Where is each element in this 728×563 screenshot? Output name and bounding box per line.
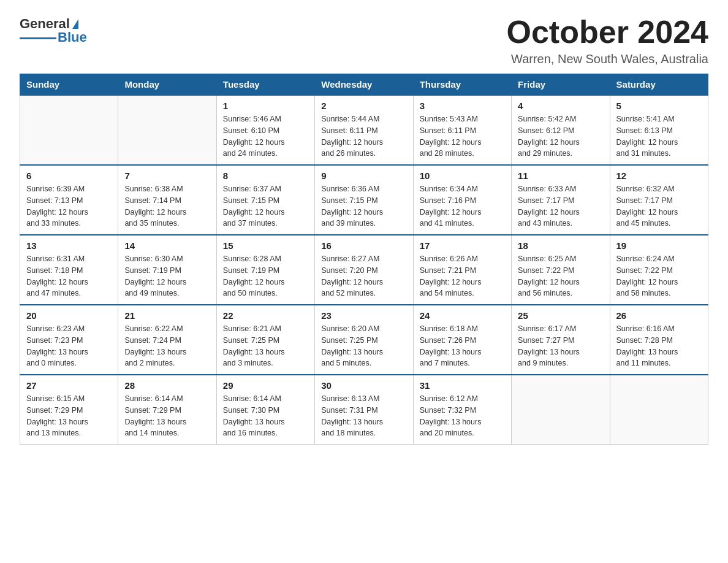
weekday-header-monday: Monday (118, 74, 216, 96)
day-number: 8 (223, 170, 308, 181)
calendar-cell: 19Sunrise: 6:24 AMSunset: 7:22 PMDayligh… (610, 235, 708, 305)
day-info: Sunrise: 6:31 AMSunset: 7:18 PMDaylight:… (26, 253, 112, 299)
day-info: Sunrise: 6:15 AMSunset: 7:29 PMDaylight:… (26, 393, 112, 439)
day-number: 11 (518, 170, 603, 181)
day-number: 17 (420, 240, 505, 251)
day-number: 22 (223, 310, 308, 321)
calendar-cell: 3Sunrise: 5:43 AMSunset: 6:11 PMDaylight… (413, 95, 511, 165)
calendar-week-row: 1Sunrise: 5:46 AMSunset: 6:10 PMDaylight… (20, 95, 708, 165)
logo-text-general: General (20, 17, 70, 31)
subtitle: Warren, New South Wales, Australia (507, 52, 709, 66)
calendar-header: SundayMondayTuesdayWednesdayThursdayFrid… (20, 74, 708, 96)
day-number: 1 (223, 101, 308, 111)
calendar-cell: 24Sunrise: 6:18 AMSunset: 7:26 PMDayligh… (413, 305, 511, 375)
day-number: 15 (223, 240, 308, 251)
logo-text-blue: Blue (58, 31, 87, 44)
calendar-week-row: 13Sunrise: 6:31 AMSunset: 7:18 PMDayligh… (20, 235, 708, 305)
day-number: 16 (321, 240, 406, 251)
day-number: 19 (616, 240, 702, 251)
day-info: Sunrise: 6:22 AMSunset: 7:24 PMDaylight:… (124, 323, 210, 369)
day-info: Sunrise: 6:38 AMSunset: 7:14 PMDaylight:… (124, 183, 210, 229)
day-number: 30 (321, 380, 406, 391)
weekday-header-sunday: Sunday (20, 74, 118, 96)
calendar-cell: 16Sunrise: 6:27 AMSunset: 7:20 PMDayligh… (315, 235, 413, 305)
day-info: Sunrise: 6:39 AMSunset: 7:13 PMDaylight:… (26, 183, 112, 229)
calendar-cell (610, 375, 708, 445)
day-info: Sunrise: 6:21 AMSunset: 7:25 PMDaylight:… (223, 323, 308, 369)
day-info: Sunrise: 5:43 AMSunset: 6:11 PMDaylight:… (420, 113, 505, 159)
calendar-cell: 6Sunrise: 6:39 AMSunset: 7:13 PMDaylight… (20, 165, 118, 235)
day-number: 23 (321, 310, 406, 321)
day-number: 29 (223, 380, 308, 391)
day-info: Sunrise: 6:20 AMSunset: 7:25 PMDaylight:… (321, 323, 406, 369)
weekday-header-thursday: Thursday (413, 74, 511, 96)
calendar-cell: 5Sunrise: 5:41 AMSunset: 6:13 PMDaylight… (610, 95, 708, 165)
day-number: 6 (26, 170, 112, 181)
day-number: 10 (420, 170, 505, 181)
calendar-cell: 8Sunrise: 6:37 AMSunset: 7:15 PMDaylight… (216, 165, 314, 235)
day-info: Sunrise: 6:36 AMSunset: 7:15 PMDaylight:… (321, 183, 406, 229)
day-info: Sunrise: 5:42 AMSunset: 6:12 PMDaylight:… (518, 113, 603, 159)
calendar-cell: 9Sunrise: 6:36 AMSunset: 7:15 PMDaylight… (315, 165, 413, 235)
day-info: Sunrise: 6:37 AMSunset: 7:15 PMDaylight:… (223, 183, 308, 229)
calendar-week-row: 27Sunrise: 6:15 AMSunset: 7:29 PMDayligh… (20, 375, 708, 445)
calendar-cell: 17Sunrise: 6:26 AMSunset: 7:21 PMDayligh… (413, 235, 511, 305)
day-number: 18 (518, 240, 603, 251)
weekday-header-row: SundayMondayTuesdayWednesdayThursdayFrid… (20, 74, 708, 96)
calendar-cell: 11Sunrise: 6:33 AMSunset: 7:17 PMDayligh… (512, 165, 610, 235)
day-number: 7 (124, 170, 210, 181)
day-number: 2 (321, 101, 406, 111)
day-info: Sunrise: 6:12 AMSunset: 7:32 PMDaylight:… (420, 393, 505, 439)
calendar-cell: 20Sunrise: 6:23 AMSunset: 7:23 PMDayligh… (20, 305, 118, 375)
day-info: Sunrise: 6:23 AMSunset: 7:23 PMDaylight:… (26, 323, 112, 369)
day-info: Sunrise: 6:24 AMSunset: 7:22 PMDaylight:… (616, 253, 702, 299)
calendar-cell: 2Sunrise: 5:44 AMSunset: 6:11 PMDaylight… (315, 95, 413, 165)
calendar-cell: 29Sunrise: 6:14 AMSunset: 7:30 PMDayligh… (216, 375, 314, 445)
weekday-header-saturday: Saturday (610, 74, 708, 96)
calendar-body: 1Sunrise: 5:46 AMSunset: 6:10 PMDaylight… (20, 95, 708, 445)
day-info: Sunrise: 6:16 AMSunset: 7:28 PMDaylight:… (616, 323, 702, 369)
day-number: 12 (616, 170, 702, 181)
day-number: 5 (616, 101, 702, 111)
day-info: Sunrise: 6:18 AMSunset: 7:26 PMDaylight:… (420, 323, 505, 369)
day-number: 27 (26, 380, 112, 391)
day-number: 21 (124, 310, 210, 321)
calendar-cell: 7Sunrise: 6:38 AMSunset: 7:14 PMDaylight… (118, 165, 216, 235)
logo-line (20, 37, 56, 39)
calendar-cell: 31Sunrise: 6:12 AMSunset: 7:32 PMDayligh… (413, 375, 511, 445)
day-info: Sunrise: 5:44 AMSunset: 6:11 PMDaylight:… (321, 113, 406, 159)
weekday-header-tuesday: Tuesday (216, 74, 314, 96)
calendar-cell (512, 375, 610, 445)
day-info: Sunrise: 6:17 AMSunset: 7:27 PMDaylight:… (518, 323, 603, 369)
calendar-cell: 28Sunrise: 6:14 AMSunset: 7:29 PMDayligh… (118, 375, 216, 445)
day-number: 13 (26, 240, 112, 251)
calendar-cell: 30Sunrise: 6:13 AMSunset: 7:31 PMDayligh… (315, 375, 413, 445)
calendar-cell: 25Sunrise: 6:17 AMSunset: 7:27 PMDayligh… (512, 305, 610, 375)
day-number: 26 (616, 310, 702, 321)
calendar-week-row: 6Sunrise: 6:39 AMSunset: 7:13 PMDaylight… (20, 165, 708, 235)
page-header: General Blue October 2024 Warren, New So… (20, 15, 708, 66)
day-info: Sunrise: 6:34 AMSunset: 7:16 PMDaylight:… (420, 183, 505, 229)
calendar-cell: 14Sunrise: 6:30 AMSunset: 7:19 PMDayligh… (118, 235, 216, 305)
calendar-cell: 21Sunrise: 6:22 AMSunset: 7:24 PMDayligh… (118, 305, 216, 375)
title-area: October 2024 Warren, New South Wales, Au… (507, 15, 709, 66)
calendar-cell: 10Sunrise: 6:34 AMSunset: 7:16 PMDayligh… (413, 165, 511, 235)
day-info: Sunrise: 6:30 AMSunset: 7:19 PMDaylight:… (124, 253, 210, 299)
day-info: Sunrise: 6:14 AMSunset: 7:29 PMDaylight:… (124, 393, 210, 439)
calendar-cell: 12Sunrise: 6:32 AMSunset: 7:17 PMDayligh… (610, 165, 708, 235)
calendar-cell: 18Sunrise: 6:25 AMSunset: 7:22 PMDayligh… (512, 235, 610, 305)
calendar-cell: 13Sunrise: 6:31 AMSunset: 7:18 PMDayligh… (20, 235, 118, 305)
day-info: Sunrise: 6:13 AMSunset: 7:31 PMDaylight:… (321, 393, 406, 439)
day-number: 9 (321, 170, 406, 181)
calendar-cell (118, 95, 216, 165)
day-info: Sunrise: 6:25 AMSunset: 7:22 PMDaylight:… (518, 253, 603, 299)
calendar-cell: 27Sunrise: 6:15 AMSunset: 7:29 PMDayligh… (20, 375, 118, 445)
day-number: 3 (420, 101, 505, 111)
day-info: Sunrise: 6:27 AMSunset: 7:20 PMDaylight:… (321, 253, 406, 299)
day-info: Sunrise: 6:32 AMSunset: 7:17 PMDaylight:… (616, 183, 702, 229)
day-info: Sunrise: 5:46 AMSunset: 6:10 PMDaylight:… (223, 113, 308, 159)
day-info: Sunrise: 6:33 AMSunset: 7:17 PMDaylight:… (518, 183, 603, 229)
calendar-cell: 26Sunrise: 6:16 AMSunset: 7:28 PMDayligh… (610, 305, 708, 375)
logo: General Blue (20, 17, 87, 44)
day-number: 28 (124, 380, 210, 391)
